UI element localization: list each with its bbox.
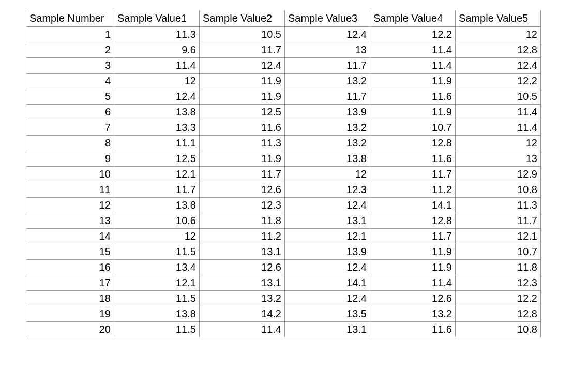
cell-v3: 12.4	[285, 260, 370, 275]
cell-n: 14	[26, 229, 114, 244]
cell-v4: 12.8	[370, 136, 456, 151]
cell-v1: 12.5	[114, 151, 200, 167]
cell-v3: 13.2	[285, 74, 370, 89]
cell-v2: 11.9	[200, 151, 285, 167]
cell-v1: 13.3	[114, 120, 200, 136]
cell-v4: 11.6	[370, 89, 456, 105]
cell-v5: 11.3	[456, 198, 541, 213]
cell-v3: 13.9	[285, 244, 370, 260]
cell-v2: 11.9	[200, 89, 285, 105]
cell-v5: 12	[456, 136, 541, 151]
table-row: 111.310.512.412.212	[26, 27, 541, 42]
cell-v4: 11.9	[370, 105, 456, 120]
cell-v4: 11.6	[370, 322, 456, 337]
cell-v5: 12.3	[456, 275, 541, 291]
table-body: 111.310.512.412.21229.611.71311.412.8311…	[26, 27, 541, 337]
cell-v5: 10.8	[456, 322, 541, 337]
cell-v2: 12.5	[200, 105, 285, 120]
cell-v1: 12.1	[114, 167, 200, 182]
cell-v3: 11.7	[285, 89, 370, 105]
cell-v4: 11.9	[370, 74, 456, 89]
cell-v5: 12.8	[456, 306, 541, 322]
table-row: 1811.513.212.412.612.2	[26, 291, 541, 306]
cell-n: 11	[26, 182, 114, 198]
cell-n: 7	[26, 120, 114, 136]
cell-v4: 11.4	[370, 58, 456, 74]
cell-v3: 13.2	[285, 136, 370, 151]
cell-v3: 12.4	[285, 27, 370, 42]
cell-n: 4	[26, 74, 114, 89]
table-row: 41211.913.211.912.2	[26, 74, 541, 89]
cell-v2: 11.2	[200, 229, 285, 244]
cell-n: 20	[26, 322, 114, 337]
cell-v2: 13.2	[200, 291, 285, 306]
cell-v5: 11.4	[456, 105, 541, 120]
cell-v4: 14.1	[370, 198, 456, 213]
table-row: 1213.812.312.414.111.3	[26, 198, 541, 213]
cell-v4: 11.7	[370, 229, 456, 244]
cell-n: 3	[26, 58, 114, 74]
cell-n: 5	[26, 89, 114, 105]
table-row: 713.311.613.210.711.4	[26, 120, 541, 136]
table-row: 1012.111.71211.712.9	[26, 167, 541, 182]
cell-v1: 9.6	[114, 42, 200, 58]
cell-v1: 11.5	[114, 291, 200, 306]
cell-v4: 11.2	[370, 182, 456, 198]
cell-n: 8	[26, 136, 114, 151]
cell-v5: 12.4	[456, 58, 541, 74]
cell-n: 1	[26, 27, 114, 42]
cell-v5: 12.9	[456, 167, 541, 182]
cell-n: 17	[26, 275, 114, 291]
cell-v1: 12.4	[114, 89, 200, 105]
cell-v4: 11.6	[370, 151, 456, 167]
cell-n: 2	[26, 42, 114, 58]
cell-v2: 13.1	[200, 275, 285, 291]
table-row: 1613.412.612.411.911.8	[26, 260, 541, 275]
cell-v1: 13.8	[114, 198, 200, 213]
data-table: Sample Number Sample Value1 Sample Value…	[26, 10, 541, 337]
table-header: Sample Number Sample Value1 Sample Value…	[26, 10, 541, 27]
table-row: 1712.113.114.111.412.3	[26, 275, 541, 291]
cell-v5: 12.8	[456, 42, 541, 58]
cell-v4: 11.9	[370, 244, 456, 260]
cell-v5: 10.8	[456, 182, 541, 198]
cell-v3: 13.1	[285, 322, 370, 337]
cell-v2: 12.6	[200, 260, 285, 275]
cell-v3: 12.3	[285, 182, 370, 198]
cell-v1: 13.8	[114, 105, 200, 120]
cell-v1: 13.4	[114, 260, 200, 275]
cell-n: 16	[26, 260, 114, 275]
cell-v1: 11.5	[114, 244, 200, 260]
cell-n: 19	[26, 306, 114, 322]
cell-v4: 10.7	[370, 120, 456, 136]
cell-n: 12	[26, 198, 114, 213]
cell-v1: 10.6	[114, 213, 200, 229]
cell-v1: 12	[114, 74, 200, 89]
cell-v2: 10.5	[200, 27, 285, 42]
table-row: 141211.212.111.712.1	[26, 229, 541, 244]
cell-v3: 13.2	[285, 120, 370, 136]
cell-n: 13	[26, 213, 114, 229]
table-row: 613.812.513.911.911.4	[26, 105, 541, 120]
cell-v4: 11.9	[370, 260, 456, 275]
cell-v2: 12.6	[200, 182, 285, 198]
cell-v3: 13.5	[285, 306, 370, 322]
cell-v4: 12.6	[370, 291, 456, 306]
cell-n: 15	[26, 244, 114, 260]
cell-v2: 12.4	[200, 58, 285, 74]
cell-n: 18	[26, 291, 114, 306]
cell-v1: 13.8	[114, 306, 200, 322]
cell-v5: 12.1	[456, 229, 541, 244]
cell-v2: 11.3	[200, 136, 285, 151]
cell-v3: 12.1	[285, 229, 370, 244]
table-row: 512.411.911.711.610.5	[26, 89, 541, 105]
cell-v2: 13.1	[200, 244, 285, 260]
col-header-sample-value5: Sample Value5	[456, 10, 541, 27]
table-row: 29.611.71311.412.8	[26, 42, 541, 58]
cell-n: 9	[26, 151, 114, 167]
cell-v1: 11.1	[114, 136, 200, 151]
cell-v3: 12.4	[285, 198, 370, 213]
cell-v3: 14.1	[285, 275, 370, 291]
cell-v1: 11.3	[114, 27, 200, 42]
cell-v5: 10.7	[456, 244, 541, 260]
